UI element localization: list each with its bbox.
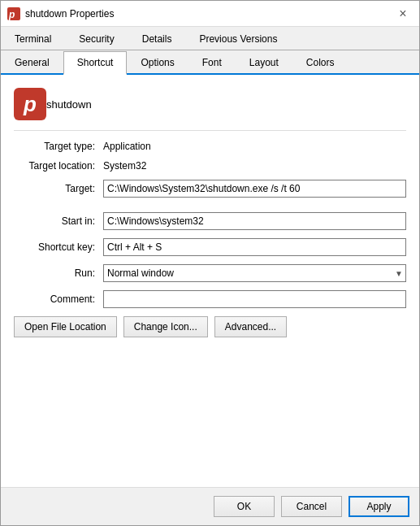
tab-previous-versions[interactable]: Previous Versions: [185, 28, 291, 50]
ok-button[interactable]: OK: [214, 496, 275, 517]
shortcut-key-row: Shortcut key:: [14, 238, 406, 256]
open-file-location-button[interactable]: Open File Location: [14, 316, 117, 337]
close-button[interactable]: ×: [393, 4, 413, 24]
tab-shortcut[interactable]: Shortcut: [63, 51, 128, 75]
action-buttons: Open File Location Change Icon... Advanc…: [14, 316, 406, 337]
tab-details[interactable]: Details: [128, 28, 186, 50]
tab-general[interactable]: General: [1, 51, 63, 74]
target-location-label: Target location:: [14, 160, 103, 172]
tab-colors[interactable]: Colors: [292, 51, 349, 74]
tabs-row2: General Shortcut Options Font Layout Col…: [1, 50, 419, 75]
comment-row: Comment:: [14, 290, 406, 308]
title-bar-icon: p: [7, 7, 20, 20]
target-row: Target:: [14, 180, 406, 198]
title-bar: p shutdown Properties ×: [1, 1, 419, 27]
svg-text:p: p: [8, 9, 15, 20]
start-in-row: Start in:: [14, 212, 406, 230]
target-label: Target:: [14, 183, 103, 194]
start-in-label: Start in:: [14, 215, 103, 227]
target-location-row: Target location: System32: [14, 160, 406, 172]
run-select-wrapper: Normal window Minimized Maximized ▼: [103, 264, 406, 282]
target-input[interactable]: [103, 180, 406, 198]
run-select[interactable]: Normal window Minimized Maximized: [103, 264, 406, 282]
target-type-label: Target type:: [14, 141, 103, 152]
start-in-input[interactable]: [103, 212, 406, 230]
tab-font[interactable]: Font: [188, 51, 236, 74]
run-row: Run: Normal window Minimized Maximized ▼: [14, 264, 406, 282]
tabs-row1: Terminal Security Details Previous Versi…: [1, 27, 419, 50]
change-icon-button[interactable]: Change Icon...: [123, 316, 208, 337]
tab-options[interactable]: Options: [127, 51, 188, 74]
app-icon: [14, 88, 46, 120]
app-header: shutdown: [14, 88, 406, 131]
target-type-row: Target type: Application: [14, 141, 406, 152]
properties-window: p shutdown Properties × Terminal Securit…: [0, 0, 420, 526]
tab-terminal[interactable]: Terminal: [1, 28, 65, 50]
cancel-button[interactable]: Cancel: [281, 496, 342, 517]
tab-layout[interactable]: Layout: [236, 51, 292, 74]
run-label: Run:: [14, 267, 103, 279]
apply-button[interactable]: Apply: [349, 496, 409, 517]
window-title: shutdown Properties: [25, 8, 393, 20]
comment-input[interactable]: [103, 290, 406, 308]
app-name-label: shutdown: [46, 98, 92, 111]
target-location-value: System32: [103, 160, 146, 172]
comment-label: Comment:: [14, 293, 103, 305]
target-type-value: Application: [103, 141, 151, 152]
shortcut-key-label: Shortcut key:: [14, 241, 103, 253]
shortcut-key-input[interactable]: [103, 238, 406, 256]
tab-security[interactable]: Security: [65, 28, 128, 50]
tab-content: shutdown Target type: Application Target…: [1, 75, 419, 487]
footer: OK Cancel Apply: [1, 487, 419, 525]
advanced-button[interactable]: Advanced...: [214, 316, 287, 337]
